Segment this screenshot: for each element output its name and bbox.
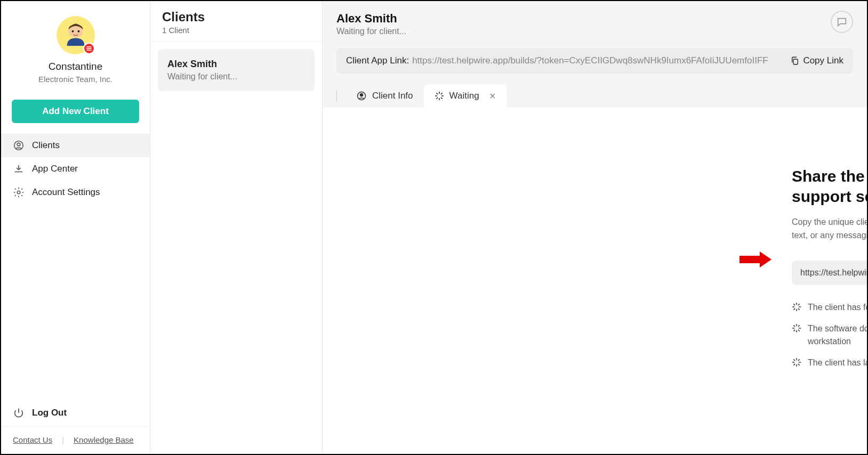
nav-label: App Center — [32, 164, 78, 174]
logout-label: Log Out — [32, 408, 67, 418]
user-circle-icon — [356, 91, 367, 101]
spinner-icon — [435, 91, 444, 101]
power-icon — [13, 407, 25, 419]
step-text: The client has launched the HelpWire app — [808, 356, 867, 369]
step-item: The software download has been started o… — [792, 322, 867, 348]
knowledge-base-link[interactable]: Knowledge Base — [74, 435, 134, 444]
svg-line-30 — [798, 330, 799, 331]
arrow-annotation-icon — [738, 250, 773, 269]
copy-icon — [790, 56, 800, 66]
svg-point-5 — [17, 143, 20, 146]
nav-item-account-settings[interactable]: Account Settings — [1, 181, 150, 204]
share-block: Share the link to start a remote support… — [792, 166, 867, 369]
client-card-status: Waiting for client... — [167, 72, 305, 82]
step-item: The client has launched the HelpWire app — [792, 356, 867, 369]
copy-link-button[interactable]: Copy Link — [790, 55, 843, 66]
svg-line-25 — [794, 308, 795, 310]
tab-waiting[interactable]: Waiting ✕ — [424, 84, 507, 108]
svg-line-22 — [798, 308, 799, 310]
tab-label: Waiting — [449, 91, 479, 101]
client-card-name: Alex Smith — [167, 59, 305, 70]
svg-point-3 — [77, 30, 79, 32]
chat-icon — [836, 16, 848, 28]
step-text: The software download has been started o… — [808, 322, 867, 348]
spinner-icon — [792, 358, 801, 367]
nav-label: Account Settings — [32, 187, 100, 198]
clients-count: 1 Client — [162, 26, 310, 35]
svg-line-33 — [794, 330, 795, 331]
svg-line-29 — [794, 325, 795, 326]
share-description: Copy the unique client app link and send… — [792, 216, 867, 242]
client-subtitle: Waiting for client... — [336, 27, 853, 36]
app: Constantine Electronic Team, Inc. Add Ne… — [1, 1, 867, 454]
clients-title: Clients — [162, 10, 310, 25]
steps-list: The client has followed the download lin… — [792, 301, 867, 369]
separator: | — [62, 435, 64, 444]
footer-links: Contact Us | Knowledge Base — [1, 426, 150, 454]
profile-name: Constantine — [12, 61, 139, 72]
chat-button[interactable] — [831, 11, 853, 33]
token-box[interactable]: https://test.helpwire.app/builds/?token.… — [792, 261, 867, 285]
svg-line-37 — [794, 359, 795, 360]
download-icon — [13, 163, 25, 175]
svg-point-6 — [17, 191, 20, 194]
svg-line-16 — [436, 98, 437, 99]
tab-separator — [336, 90, 337, 102]
avatar-wrap[interactable] — [57, 16, 95, 54]
svg-line-26 — [798, 304, 799, 305]
main-header: Alex Smith Waiting for client... — [323, 1, 867, 36]
svg-point-2 — [71, 30, 74, 32]
step-item: The client has followed the download lin… — [792, 301, 867, 314]
svg-line-13 — [441, 98, 442, 99]
client-card[interactable]: Alex Smith Waiting for client... — [158, 49, 315, 91]
contact-us-link[interactable]: Contact Us — [13, 435, 52, 444]
svg-line-41 — [794, 364, 795, 365]
close-icon[interactable]: ✕ — [489, 91, 496, 101]
nav-item-app-center[interactable]: App Center — [1, 157, 150, 181]
svg-line-42 — [798, 359, 799, 360]
profile-org: Electronic Team, Inc. — [12, 75, 139, 84]
user-circle-icon — [13, 140, 25, 151]
tab-client-info[interactable]: Client Info — [345, 84, 424, 108]
svg-line-21 — [794, 304, 795, 305]
profile-block: Constantine Electronic Team, Inc. — [1, 1, 150, 92]
tab-label: Client Info — [372, 91, 413, 101]
gear-icon — [13, 186, 25, 198]
nav-item-clients[interactable]: Clients — [1, 134, 150, 157]
clients-column: Clients 1 Client Alex Smith Waiting for … — [150, 1, 323, 454]
main: Alex Smith Waiting for client... Client … — [323, 1, 867, 454]
step-text: The client has followed the download lin… — [808, 301, 867, 314]
link-bar-label: Client App Link: — [346, 55, 409, 66]
add-new-client-button[interactable]: Add New Client — [12, 100, 139, 123]
svg-line-34 — [798, 325, 799, 326]
logout-button[interactable]: Log Out — [1, 400, 150, 426]
nav-label: Clients — [32, 140, 60, 151]
share-title: Share the link to start a remote support… — [792, 166, 867, 206]
content-area: Share the link to start a remote support… — [323, 108, 867, 454]
svg-line-12 — [436, 93, 437, 94]
svg-rect-7 — [793, 59, 798, 64]
avatar-badge-icon — [83, 43, 95, 54]
spinner-icon — [792, 323, 801, 333]
svg-point-9 — [360, 94, 363, 96]
spinner-icon — [792, 302, 801, 312]
svg-line-17 — [441, 93, 442, 94]
copy-row: https://test.helpwire.app/builds/?token.… — [792, 261, 867, 285]
clients-header: Clients 1 Client — [150, 1, 322, 42]
svg-line-38 — [798, 364, 799, 365]
tabs: Client Info Waiting ✕ — [336, 84, 853, 108]
client-title: Alex Smith — [336, 12, 853, 26]
nav: Clients App Center Account Settings — [1, 134, 150, 400]
sidebar: Constantine Electronic Team, Inc. Add Ne… — [1, 1, 150, 454]
link-bar-url[interactable]: https://test.helpwire.app/builds/?token=… — [412, 55, 782, 66]
copy-link-label: Copy Link — [803, 55, 843, 66]
client-app-link-bar: Client App Link: https://test.helpwire.a… — [336, 48, 853, 74]
